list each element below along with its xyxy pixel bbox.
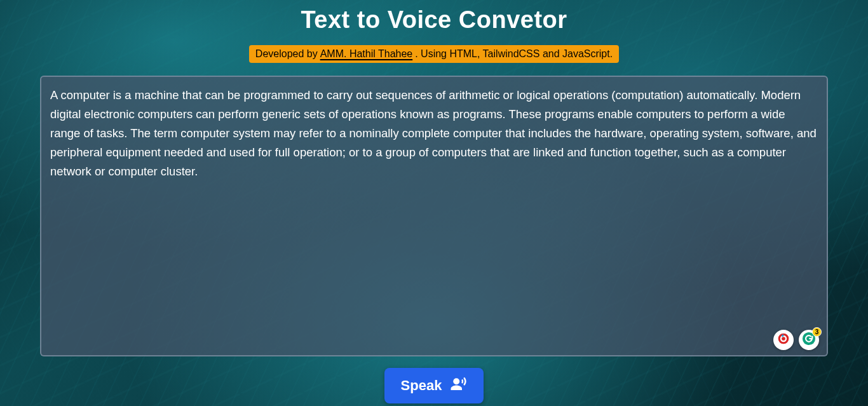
grammarly-extension-button[interactable]: 3	[799, 330, 819, 350]
svg-point-2	[782, 337, 785, 341]
author-link[interactable]: AMM. Hathil Thahee	[320, 48, 413, 60]
target-extension-button[interactable]	[773, 330, 794, 350]
extension-floaters: 3	[773, 330, 819, 350]
speak-button-label: Speak	[401, 377, 442, 394]
record-voice-icon	[449, 374, 468, 397]
target-icon	[777, 332, 790, 348]
textarea-container: 3	[40, 76, 828, 359]
speak-button[interactable]: Speak	[384, 368, 484, 403]
grammarly-badge: 3	[812, 327, 822, 337]
subtitle-suffix: . Using HTML, TailwindCSS and JavaScript…	[415, 48, 613, 60]
page-title: Text to Voice Convetor	[301, 6, 567, 34]
subtitle-prefix: Developed by	[255, 48, 318, 60]
subtitle-pill: Developed by AMM. Hathil Thahee . Using …	[249, 45, 619, 63]
svg-point-4	[454, 378, 460, 384]
text-input[interactable]	[40, 76, 828, 356]
